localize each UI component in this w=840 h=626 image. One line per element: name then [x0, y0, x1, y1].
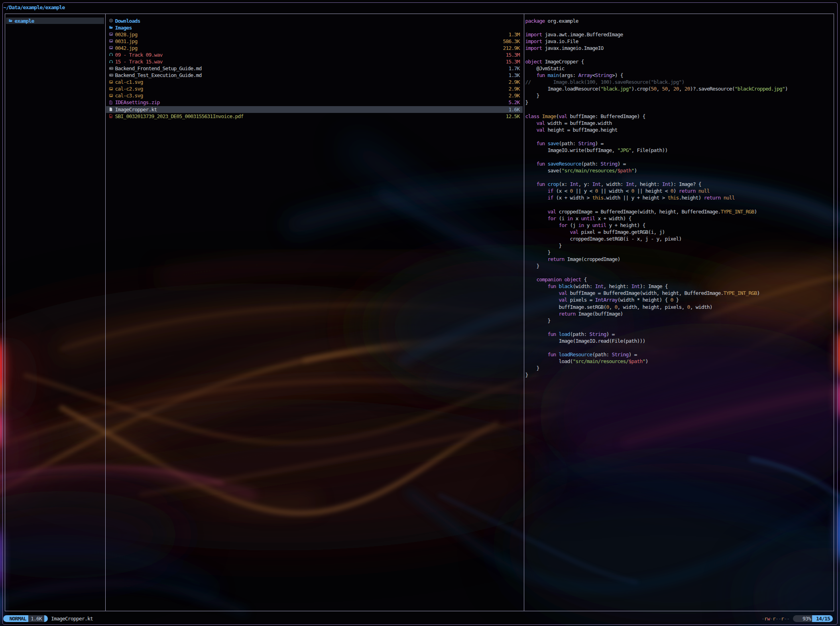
- position-label: 14/15: [816, 615, 830, 622]
- file-name: 0042.jpg: [115, 45, 138, 51]
- code-line: val buffImage = BufferedImage(width, hei…: [525, 290, 760, 296]
- file-name: ImageCropper.kt: [115, 106, 157, 113]
- image-icon-purple: [109, 39, 113, 44]
- code-line: }: [525, 317, 551, 324]
- code-line: }: [525, 99, 528, 106]
- code-line: }: [525, 249, 551, 256]
- image-icon-orange: [109, 80, 113, 85]
- code-line: val pixel = buffImage.getRGB(i, j): [525, 229, 665, 235]
- code-line: val croppedImage = BufferedImage(width, …: [525, 208, 757, 215]
- code-line: save("src/main/resources/$path"): [525, 167, 637, 174]
- file-size: 586.3K: [399, 38, 520, 45]
- code-line: }: [525, 242, 562, 249]
- terminal-window: ~/Data/example/example example Downloads…: [0, 0, 840, 626]
- file-name: cal-c1.svg: [115, 79, 143, 85]
- image-icon-purple: [109, 32, 113, 37]
- pane-separator-right: [524, 14, 524, 611]
- zip-icon: [109, 101, 113, 105]
- code-line: }: [525, 365, 539, 371]
- file-name: 09 - Track 09.wav: [115, 51, 163, 58]
- code-line: ImageIO.write(buffImage, "JPG", File(pat…: [525, 147, 668, 154]
- code-line: fun loadResource(path: String) =: [525, 351, 637, 358]
- code-line: companion object {: [525, 276, 587, 283]
- image-icon-purple: [109, 46, 113, 51]
- file-name: Backend_Frontend_Setup_Guide.md: [115, 65, 202, 72]
- file-icon: [109, 107, 113, 112]
- code-line: val pixels = IntArray(width * height) { …: [525, 296, 679, 303]
- code-line: for (i in x until x + width) {: [525, 215, 631, 222]
- headphones-icon: [109, 53, 113, 57]
- file-name: 0028.jpg: [115, 31, 138, 38]
- file-size: 2.9K: [399, 92, 520, 99]
- code-line: import java.io.File: [525, 38, 578, 45]
- status-file-name: ImageCropper.kt: [51, 615, 93, 622]
- file-size: 12.5K: [399, 113, 520, 120]
- file-size: 15.3M: [399, 58, 520, 65]
- code-line: buffImage.setRGB(0, 0, width, height, pi…: [525, 304, 712, 310]
- code-line: }: [525, 92, 539, 99]
- code-line: package org.example: [525, 18, 578, 24]
- code-line: fun black(width: Int, height: Int): Imag…: [525, 283, 668, 290]
- file-size: 2.9K: [399, 79, 520, 85]
- code-line: return Image(croppedImage): [525, 256, 620, 263]
- headphones-icon: [109, 60, 113, 65]
- pane-separator-left: [105, 14, 106, 611]
- file-size: 1.7K: [399, 65, 520, 72]
- file-name: Downloads: [115, 18, 140, 24]
- folder-open-icon: [9, 19, 13, 24]
- file-size: 1.3K: [399, 72, 520, 79]
- code-line: val width = buffImage.width: [525, 120, 612, 126]
- code-line: class Image(val buffImage: BufferedImage…: [525, 113, 645, 120]
- file-name: SBI_0032013739_2023_DE05_0003155631Invoi…: [115, 113, 244, 120]
- file-name: IDEAsettings.zip: [115, 99, 160, 106]
- code-line: val height = buffImage.height: [525, 126, 618, 133]
- code-line: if (x < 0 || y < 0 || width < 0 || heigh…: [525, 188, 710, 194]
- code-line: }: [525, 263, 539, 269]
- code-line: import javax.imageio.ImageIO: [525, 45, 604, 51]
- path-bar: ~/Data/example/example: [4, 4, 65, 11]
- code-line: croppedImage.setRGB(i - x, j - y, pixel): [525, 235, 682, 242]
- file-size: 5.2K: [399, 99, 520, 106]
- image-icon-orange: [109, 94, 113, 99]
- pdf-icon: [109, 114, 113, 119]
- code-line: Image(ImageIO.read(File(path))): [525, 338, 645, 344]
- permissions: -rw-r--r--: [761, 615, 789, 622]
- code-line: }: [525, 371, 528, 378]
- percent-label: 93%: [803, 615, 811, 622]
- status-file-size: 1.6K: [31, 615, 42, 622]
- code-line: return Image(buffImage): [525, 310, 623, 317]
- code-line: object ImageCropper {: [525, 58, 584, 65]
- file-size: 1.3M: [399, 31, 520, 38]
- download-circle-icon: [109, 19, 113, 24]
- file-name: 15 - Track 15.wav: [115, 58, 163, 65]
- file-name: example: [15, 18, 34, 24]
- code-line: fun saveResource(path: String) =: [525, 160, 626, 167]
- mode-label: NORMAL: [10, 615, 26, 622]
- code-line: fun main(args: Array<String>) {: [525, 72, 623, 79]
- folder-open-icon: [109, 26, 113, 30]
- code-line: Image.loadResource("black.jpg").crop(50,…: [525, 85, 788, 92]
- code-line: if (x + width > this.width || y + height…: [525, 194, 735, 201]
- file-name: cal-c2.svg: [115, 85, 143, 92]
- code-line: load("src/main/resources/$path"): [525, 358, 648, 365]
- code-line: @JvmStatic: [525, 65, 565, 72]
- code-line: import java.awt.image.BufferedImage: [525, 31, 623, 38]
- file-name: Backend_Test_Execution_Guide.md: [115, 72, 202, 79]
- code-line: fun save(path: String) =: [525, 140, 604, 147]
- file-name: Images: [115, 24, 132, 31]
- code-line: // Image.black(100, 100).saveResource("b…: [525, 79, 685, 85]
- file-name: 0031.jpg: [115, 38, 138, 45]
- file-size: 1.6K: [399, 106, 520, 113]
- code-line: fun load(path: String) =: [525, 331, 615, 338]
- image-icon-orange: [109, 87, 113, 92]
- code-line: for (j in y until y + height) {: [525, 222, 645, 229]
- markdown-icon: [109, 67, 113, 71]
- file-size: 15.3M: [399, 51, 520, 58]
- file-name: cal-c3.svg: [115, 92, 143, 99]
- code-line: fun crop(x: Int, y: Int, width: Int, hei…: [525, 181, 701, 188]
- file-size: 2.9K: [399, 85, 520, 92]
- markdown-icon: [109, 73, 113, 78]
- file-size: 212.9K: [399, 45, 520, 51]
